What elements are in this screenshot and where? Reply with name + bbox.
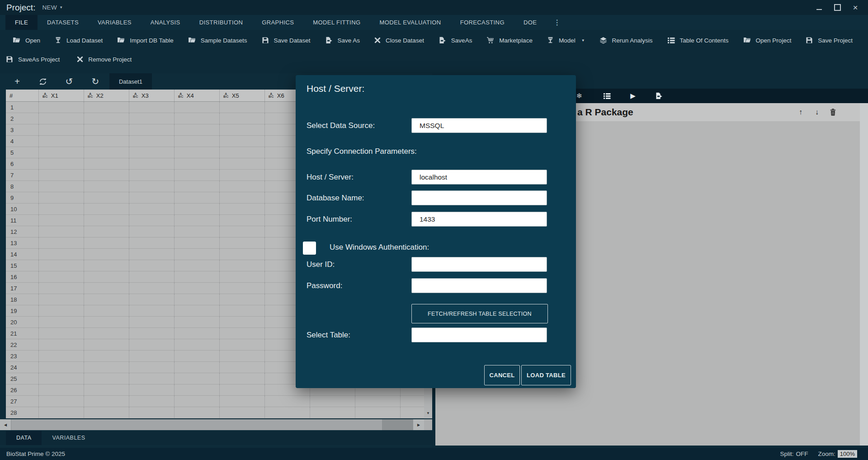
cell[interactable] [39,362,84,373]
cell[interactable] [220,373,265,384]
cell[interactable] [175,181,220,192]
file-export-icon[interactable] [654,89,663,103]
menu-tab-model-evaluation[interactable]: MODEL EVALUATION [370,15,450,30]
row-number[interactable]: 8 [6,181,39,192]
cell[interactable] [175,147,220,158]
row-number[interactable]: 21 [6,328,39,339]
toolbar-button-sample-datasets[interactable]: Sample Datasets [188,37,247,44]
cell[interactable] [175,283,220,294]
data-source-input[interactable] [411,118,547,133]
row-number[interactable]: 17 [6,283,39,294]
row-number[interactable]: 18 [6,294,39,305]
cell[interactable] [84,158,129,169]
cell[interactable] [129,226,175,237]
password-input[interactable] [411,278,547,293]
cell[interactable] [39,271,84,282]
cell[interactable] [220,147,265,158]
cell[interactable] [220,328,265,339]
menu-tab-variables[interactable]: VARIABLES [88,15,141,30]
cell[interactable] [129,113,175,124]
cell[interactable] [220,317,265,327]
arrow-down-icon[interactable]: ↓ [811,103,823,121]
cell[interactable] [39,305,84,316]
cell[interactable] [84,283,129,294]
row-number[interactable]: 3 [6,124,39,135]
row-number[interactable]: 1 [6,102,39,113]
column-header-x2[interactable]: ABCX2 [84,90,129,101]
menu-tab-doe[interactable]: DOE [514,15,546,30]
toolbar-button-open[interactable]: Open [13,37,40,44]
row-number[interactable]: 5 [6,147,39,158]
cell[interactable] [220,283,265,294]
cell[interactable] [220,260,265,271]
cell[interactable] [129,328,175,339]
cell[interactable] [39,204,84,214]
row-number[interactable]: 26 [6,384,39,395]
cell[interactable] [175,170,220,180]
cell[interactable] [175,192,220,203]
column-header-x4[interactable]: ABCX4 [175,90,220,101]
cell[interactable] [220,124,265,135]
cell[interactable] [84,396,129,407]
cell[interactable] [175,124,220,135]
cell[interactable] [175,373,220,384]
cell[interactable] [220,249,265,260]
row-number[interactable]: 2 [6,113,39,124]
cell[interactable] [84,249,129,260]
cell[interactable] [220,170,265,180]
toolbar-button-save-as[interactable]: Save As [325,37,360,44]
column-header-x3[interactable]: ABCX3 [129,90,175,101]
cell[interactable] [129,136,175,147]
cell[interactable] [175,271,220,282]
cell[interactable] [84,113,129,124]
cell[interactable] [84,147,129,158]
menu-tab-distribution[interactable]: DISTRIBUTION [190,15,253,30]
cell[interactable] [39,170,84,180]
select-table-input[interactable] [411,327,547,342]
cell[interactable] [220,384,265,395]
cell[interactable] [39,396,84,407]
column-header-x1[interactable]: ABCX1 [39,90,84,101]
toolbar-button-rerun-analysis[interactable]: Rerun Analysis [599,37,653,44]
row-number[interactable]: 10 [6,204,39,214]
cell[interactable] [129,407,175,418]
cell[interactable] [220,351,265,361]
row-number[interactable]: 16 [6,271,39,282]
cell[interactable] [129,384,175,395]
menu-tab-model-fitting[interactable]: MODEL FITTING [303,15,370,30]
cell[interactable] [129,339,175,350]
cell[interactable] [175,136,220,147]
row-number[interactable]: 4 [6,136,39,147]
cell[interactable] [401,396,424,407]
cell[interactable] [220,237,265,248]
cell[interactable] [84,192,129,203]
cell[interactable] [265,396,310,407]
menu-tab-forecasting[interactable]: FORECASTING [451,15,514,30]
cell[interactable] [220,215,265,226]
cell[interactable] [220,226,265,237]
cell[interactable] [175,260,220,271]
cell[interactable] [39,158,84,169]
cell[interactable] [129,192,175,203]
cell[interactable] [84,271,129,282]
cell[interactable] [175,396,220,407]
cell[interactable] [175,226,220,237]
cell[interactable] [84,124,129,135]
cell[interactable] [265,407,310,418]
cell[interactable] [220,192,265,203]
cell[interactable] [175,384,220,395]
menu-tab-analysis[interactable]: ANALYSIS [141,15,190,30]
cell[interactable] [175,362,220,373]
menu-tab-datasets[interactable]: DATASETS [38,15,88,30]
cell[interactable] [84,204,129,214]
cell[interactable] [175,102,220,113]
cell[interactable] [84,305,129,316]
row-number[interactable]: 23 [6,351,39,361]
list-icon[interactable] [602,89,611,103]
panel-scrollbar[interactable] [860,103,868,446]
cell[interactable] [39,124,84,135]
cell[interactable] [39,226,84,237]
cell[interactable] [84,351,129,361]
toolbar-button-save-dataset[interactable]: Save Dataset [262,37,311,44]
cell[interactable] [175,215,220,226]
